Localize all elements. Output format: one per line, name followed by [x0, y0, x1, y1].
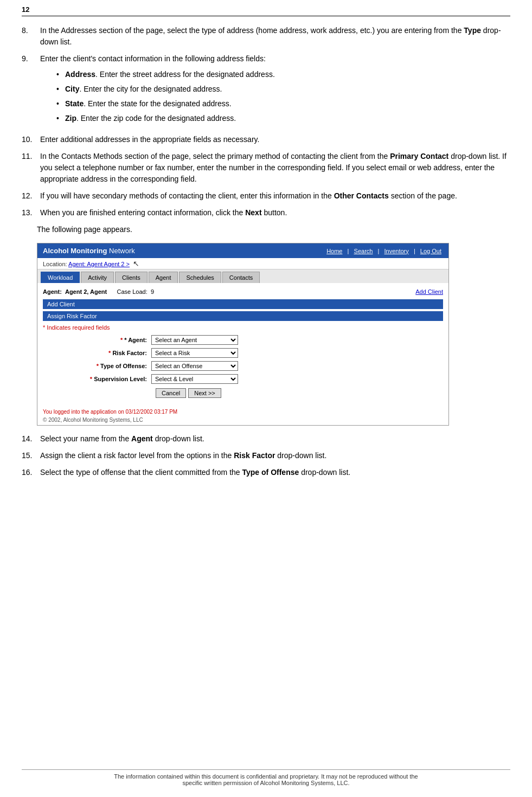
tab-activity[interactable]: Activity: [81, 272, 114, 283]
step-15: 15. Assign the client a risk factor leve…: [22, 450, 510, 461]
tab-agent[interactable]: Agent: [149, 272, 178, 283]
agent-form-label: * * Agent:: [43, 337, 151, 343]
agent-form-row: * * Agent: Select an Agent: [43, 335, 443, 345]
step-15-content: Assign the client a risk factor level fr…: [40, 450, 510, 461]
step-14: 14. Select your name from the Agent drop…: [22, 433, 510, 445]
add-client-anchor[interactable]: Add Client: [415, 288, 443, 295]
app-footer-login: You logged into the application on 03/12…: [37, 406, 448, 417]
step-9: 9. Enter the client's contact informatio…: [22, 53, 510, 128]
nav-inventory[interactable]: Inventory: [384, 248, 409, 254]
step-10-num: 10.: [22, 134, 37, 145]
step-11: 11. In the Contacts Methods section of t…: [22, 151, 510, 185]
location-bar: Location: Agent: Agent Agent 2 > ↖: [37, 258, 448, 269]
app-footer-copy: © 2002, Alcohol Monitoring Systems, LLC: [37, 417, 448, 425]
address-field-city: City. Enter the city for the designated …: [56, 83, 510, 95]
nav-home[interactable]: Home: [326, 248, 342, 254]
step-8-num: 8.: [22, 25, 37, 48]
agent-bar: Agent: Agent 2, Agent Case Load: 9 Add C…: [43, 286, 443, 297]
app-nav: Home | Search | Inventory | Log Out: [325, 248, 443, 254]
step-12-content: If you will have secondary methods of co…: [40, 190, 510, 202]
address-field-address: Address. Enter the street address for th…: [56, 69, 510, 80]
supervision-form-label: * Supervision Level:: [43, 376, 151, 382]
offense-form-row: * Type of Offense: Select an Offense: [43, 361, 443, 371]
tab-contacts[interactable]: Contacts: [222, 272, 260, 283]
step-9-content: Enter the client's contact information i…: [40, 53, 510, 128]
add-client-header: Add Client: [43, 299, 443, 309]
risk-select[interactable]: Select a Risk: [151, 348, 238, 358]
agent-label: Agent:: [43, 288, 62, 295]
supervision-select[interactable]: Select & Level: [151, 374, 238, 384]
tab-clients[interactable]: Clients: [115, 272, 148, 283]
page-number: 12: [22, 5, 510, 16]
step-11-content: In the Contacts Methods section of the p…: [40, 151, 510, 185]
step-16: 16. Select the type of offense that the …: [22, 467, 510, 478]
step-11-num: 11.: [22, 151, 37, 185]
tab-schedules[interactable]: Schedules: [179, 272, 221, 283]
agent-select[interactable]: Select an Agent: [151, 335, 238, 345]
location-link[interactable]: Agent: Agent Agent 2 >: [68, 261, 130, 267]
location-label: Location:: [43, 261, 67, 267]
assign-risk-form: * * Agent: Select an Agent * Risk Factor…: [43, 335, 443, 398]
supervision-form-row: * Supervision Level: Select & Level: [43, 374, 443, 384]
step-9-num: 9.: [22, 53, 37, 128]
page-footer: The information contained within this do…: [22, 769, 510, 786]
screenshot: Alcohol Monitoring Network Home | Search…: [37, 243, 449, 426]
cursor-arrow: ↖: [133, 259, 139, 268]
risk-form-label: * Risk Factor:: [43, 350, 151, 356]
step-13-content: When you are finished entering contact i…: [40, 207, 510, 218]
nav-search[interactable]: Search: [354, 248, 373, 254]
step-12: 12. If you will have secondary methods o…: [22, 190, 510, 202]
app-content: Agent: Agent 2, Agent Case Load: 9 Add C…: [37, 283, 448, 406]
agent-required-star: *: [120, 337, 123, 343]
nav-logout[interactable]: Log Out: [420, 248, 441, 254]
following-page-text: The following page appears.: [37, 224, 510, 235]
step-8: 8. In the Addresses section of the page,…: [22, 25, 510, 48]
tabs-row: Workload Activity Clients Agent Schedule…: [37, 269, 448, 283]
add-client-link-top[interactable]: Add Client: [415, 288, 443, 295]
caseload-label: Case Load:: [117, 288, 148, 295]
step-13-num: 13.: [22, 207, 37, 218]
risk-form-row: * Risk Factor: Select a Risk: [43, 348, 443, 358]
tab-workload[interactable]: Workload: [41, 272, 80, 283]
agent-info: Agent: Agent 2, Agent Case Load: 9: [43, 288, 154, 295]
caseload-value: 9: [151, 288, 154, 295]
offense-required-star: *: [97, 363, 99, 369]
offense-form-label: * Type of Offense:: [43, 363, 151, 369]
step-10: 10. Enter additional addresses in the ap…: [22, 134, 510, 145]
agent-name: Agent 2, Agent: [65, 288, 107, 295]
assign-risk-header: Assign Risk Factor: [43, 311, 443, 321]
required-note: * Indicates required fields: [43, 324, 443, 331]
form-buttons: Cancel Next >>: [156, 388, 443, 398]
step-8-content: In the Addresses section of the page, se…: [40, 25, 510, 48]
footer-line1: The information contained within this do…: [22, 773, 510, 780]
risk-required-star: *: [108, 350, 111, 356]
cancel-button[interactable]: Cancel: [156, 388, 186, 398]
address-field-state: State. Enter the state for the designate…: [56, 98, 510, 110]
next-button[interactable]: Next >>: [188, 388, 221, 398]
footer-line2: specific written permission of Alcohol M…: [22, 780, 510, 786]
step-14-num: 14.: [22, 433, 37, 445]
step-16-num: 16.: [22, 467, 37, 478]
step-13: 13. When you are finished entering conta…: [22, 207, 510, 218]
app-header: Alcohol Monitoring Network Home | Search…: [37, 243, 448, 258]
step-15-num: 15.: [22, 450, 37, 461]
step-14-content: Select your name from the Agent drop-dow…: [40, 433, 510, 445]
step-16-content: Select the type of offense that the clie…: [40, 467, 510, 478]
address-field-zip: Zip. Enter the zip code for the designat…: [56, 113, 510, 124]
supervision-required-star: *: [90, 376, 92, 382]
step-10-content: Enter additional addresses in the approp…: [40, 134, 510, 145]
step-12-num: 12.: [22, 190, 37, 202]
app-title: Alcohol Monitoring Network: [43, 247, 135, 255]
offense-select[interactable]: Select an Offense: [151, 361, 238, 371]
address-fields-list: Address. Enter the street address for th…: [56, 69, 510, 124]
